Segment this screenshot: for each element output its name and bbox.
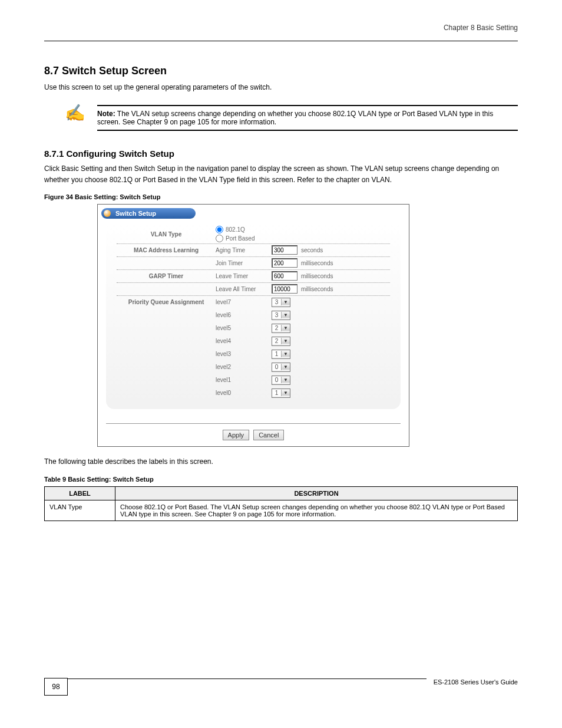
chevron-down-icon: ▼ (282, 299, 290, 305)
panel-orb-icon (104, 210, 111, 217)
vlan-8021q-radio[interactable] (216, 226, 223, 233)
level4-select[interactable]: 2▼ (272, 337, 290, 346)
chevron-down-icon: ▼ (282, 377, 290, 383)
note-icon: ✍ (65, 105, 85, 121)
apply-button[interactable]: Apply (223, 430, 250, 440)
vlan-portbased-radio[interactable] (216, 235, 223, 242)
td-label: VLAN Type (45, 500, 115, 521)
join-unit: milliseconds (301, 260, 333, 266)
level-label-0: level7 (216, 299, 272, 305)
priority-queue-label: Priority Queue Assignment (117, 299, 216, 305)
mac-learning-label: MAC Address Learning (117, 247, 216, 253)
level6-select[interactable]: 3▼ (272, 311, 290, 320)
section-heading: 8.7 Switch Setup Screen (44, 65, 518, 77)
subsection-para: Click Basic Setting and then Switch Setu… (44, 163, 518, 186)
cancel-button[interactable]: Cancel (253, 430, 284, 440)
level1-select[interactable]: 0▼ (272, 375, 290, 385)
leaveall-timer-input[interactable] (272, 284, 297, 294)
figure-caption: Figure 34 Basic Setting: Switch Setup (44, 193, 518, 200)
switch-setup-panel: Switch Setup VLAN Type 802.1Q Port Based (97, 204, 409, 447)
leaveall-unit: milliseconds (301, 286, 333, 292)
th-label: LABEL (45, 486, 115, 500)
page-header: Chapter 8 Basic Setting (44, 12, 518, 41)
page-footer: 98 ES-2108 Series User's Guide (44, 678, 518, 696)
level-label-2: level5 (216, 325, 272, 331)
leave-unit: milliseconds (301, 273, 333, 279)
section-para: Use this screen to set up the general op… (44, 82, 518, 93)
level-label-5: level2 (216, 364, 272, 370)
th-desc: DESCRIPTION (115, 486, 518, 500)
note-label: Note: (97, 110, 115, 118)
vlan-portbased-text: Port Based (226, 235, 254, 242)
join-timer-input[interactable] (272, 258, 297, 268)
subsection-heading: 8.7.1 Configuring Switch Setup (44, 149, 518, 159)
level-label-4: level3 (216, 351, 272, 357)
chevron-down-icon: ▼ (282, 390, 290, 396)
header-chapter: Chapter 8 Basic Setting (444, 24, 518, 32)
vlan-8021q-text: 802.1Q (226, 226, 245, 233)
chevron-down-icon: ▼ (282, 364, 290, 370)
note-text: The VLAN setup screens change depending … (97, 110, 493, 126)
note-block: ✍ Note: The VLAN setup screens change de… (44, 105, 518, 131)
leave-timer-input[interactable] (272, 271, 297, 281)
aging-time-input[interactable] (272, 245, 297, 255)
chevron-down-icon: ▼ (282, 338, 290, 344)
level2-select[interactable]: 0▼ (272, 363, 290, 372)
table-row: VLAN Type Choose 802.1Q or Port Based. T… (45, 500, 518, 521)
page-number: 98 (44, 678, 68, 696)
panel-title: Switch Setup (115, 210, 156, 217)
level7-select[interactable]: 3 ▼ (272, 298, 290, 307)
level-label-7: level0 (216, 390, 272, 396)
leave-timer-label: Leave Timer (216, 273, 272, 279)
level5-select[interactable]: 2▼ (272, 324, 290, 333)
aging-unit: seconds (301, 247, 323, 253)
garp-timer-label: GARP Timer (117, 273, 216, 279)
chevron-down-icon: ▼ (282, 351, 290, 357)
description-table: LABEL DESCRIPTION VLAN Type Choose 802.1… (44, 486, 518, 521)
leaveall-timer-label: Leave All Timer (216, 286, 272, 292)
level3-select[interactable]: 1▼ (272, 350, 290, 359)
footer-text: ES-2108 Series User's Guide (434, 678, 518, 686)
chevron-down-icon: ▼ (282, 312, 290, 318)
level-label-3: level4 (216, 338, 272, 344)
table-caption: Table 9 Basic Setting: Switch Setup (44, 476, 518, 483)
table-intro: The following table describes the labels… (44, 456, 518, 467)
chevron-down-icon: ▼ (282, 325, 290, 331)
level-label-1: level6 (216, 312, 272, 318)
panel-titlebar: Switch Setup (101, 208, 196, 219)
td-desc: Choose 802.1Q or Port Based. The VLAN Se… (115, 500, 518, 521)
aging-time-label: Aging Time (216, 247, 272, 253)
level0-select[interactable]: 1▼ (272, 388, 290, 398)
join-timer-label: Join Timer (216, 260, 272, 266)
vlan-type-label: VLAN Type (117, 231, 216, 238)
level-label-6: level1 (216, 377, 272, 383)
